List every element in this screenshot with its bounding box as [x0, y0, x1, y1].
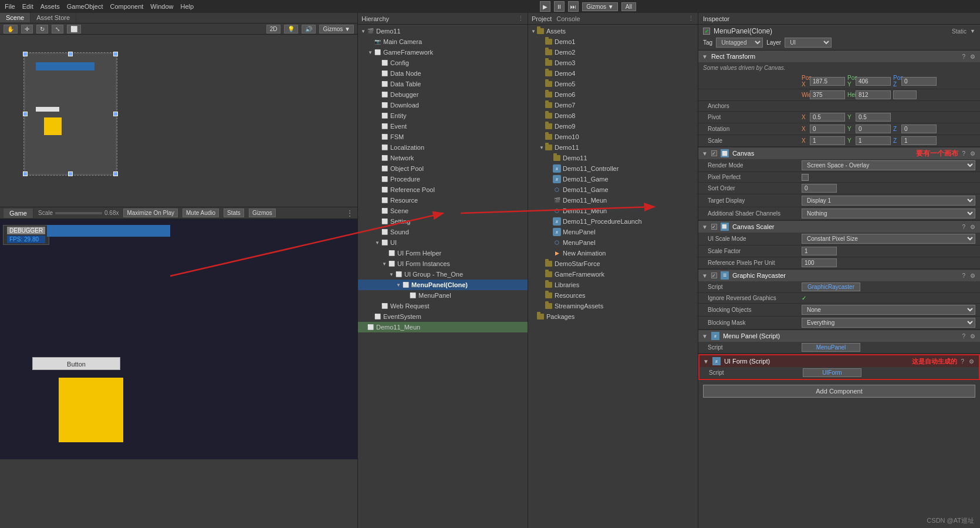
project-item-demostarforce[interactable]: DemoStarForce	[528, 258, 698, 269]
size-z-input[interactable]	[893, 90, 917, 99]
handle-tr[interactable]	[113, 52, 118, 56]
canvas-scaler-settings[interactable]: ⚙	[969, 224, 976, 230]
scene-tool-rect[interactable]: ⬜	[67, 25, 81, 33]
hierarchy-item-uiforminstances[interactable]: ▼⬜UI Form Instances	[358, 258, 528, 269]
game-button[interactable]: Button	[32, 357, 120, 370]
handle-br[interactable]	[113, 171, 118, 176]
hierarchy-item-menupanel2[interactable]: ⬜MenuPanel	[358, 290, 528, 301]
project-item-newanim[interactable]: ▶New Animation	[528, 248, 698, 258]
hierarchy-item-datatable[interactable]: ⬜Data Table	[358, 79, 528, 89]
canvas-header[interactable]: ▼ ✓ ⬜ Canvas 要有一个画布 ? ⚙	[698, 147, 980, 159]
ui-scale-dropdown[interactable]: Constant Pixel Size	[802, 234, 975, 244]
project-item-packages[interactable]: Packages	[528, 311, 698, 322]
project-item-demo2[interactable]: Demo2	[528, 47, 698, 58]
ui-form-script-help[interactable]: ?	[959, 358, 965, 365]
sort-order-input[interactable]	[802, 184, 837, 193]
play-button[interactable]: ▶	[540, 1, 550, 12]
height-input[interactable]	[856, 90, 891, 99]
active-checkbox[interactable]: ✓	[703, 28, 710, 35]
tab-game[interactable]: Game	[4, 208, 33, 218]
scale-slider[interactable]	[55, 212, 102, 214]
stats-btn[interactable]: Stats	[224, 208, 244, 217]
project-item-resources[interactable]: Resources	[528, 290, 698, 301]
hierarchy-item-fsm[interactable]: ⬜FSM	[358, 132, 528, 142]
handle-tl[interactable]	[23, 52, 28, 56]
handle-ml[interactable]	[23, 112, 28, 116]
scene-tool-scale[interactable]: ⤡	[52, 25, 63, 33]
ref-pixels-input[interactable]	[802, 258, 837, 267]
step-button[interactable]: ⏭	[568, 1, 579, 12]
hierarchy-item-ui[interactable]: ▼⬜UI	[358, 237, 528, 248]
gr-script-ref[interactable]: GraphicRaycaster	[802, 283, 860, 291]
hierarchy-item-uigroup[interactable]: ▼⬜UI Group - The_One	[358, 269, 528, 280]
tab-asset-store[interactable]: Asset Store	[31, 13, 76, 22]
top-bar-assets[interactable]: Assets	[40, 3, 60, 10]
canvas-help[interactable]: ?	[961, 150, 967, 157]
scale-y-input[interactable]	[856, 136, 891, 145]
menu-panel-script-help[interactable]: ?	[961, 333, 967, 339]
hierarchy-item-eventsystem[interactable]: ⬜EventSystem	[358, 311, 528, 322]
top-bar-help[interactable]: Help	[180, 3, 194, 10]
scene-gizmos-btn[interactable]: Gizmos ▼	[319, 25, 354, 33]
project-item-gameframework[interactable]: GameFramework	[528, 269, 698, 280]
handle-bl[interactable]	[23, 171, 28, 176]
scale-z-input[interactable]	[901, 136, 937, 145]
project-item-assets[interactable]: ▼Assets	[528, 26, 698, 36]
rot-z-input[interactable]	[901, 125, 937, 133]
pos-x-input[interactable]	[810, 77, 845, 86]
project-item-libraries[interactable]: Libraries	[528, 280, 698, 290]
gizmos-button[interactable]: Gizmos ▼	[582, 2, 618, 11]
top-bar-component[interactable]: Component	[110, 3, 143, 10]
project-item-menupanel[interactable]: #MenuPanel	[528, 227, 698, 237]
graphic-raycaster-settings[interactable]: ⚙	[969, 273, 976, 279]
ui-form-script-header[interactable]: ▼ # UI Form (Script) 这是自动生成的 ? ⚙	[699, 355, 979, 367]
project-item-demo11game[interactable]: #Demo11_Game	[528, 174, 698, 184]
scene-tool-rotate[interactable]: ↻	[36, 25, 48, 33]
scene-2d-btn[interactable]: 2D	[266, 25, 281, 33]
top-bar-gameobject[interactable]: GameObject	[67, 3, 103, 10]
blocking-objects-dropdown[interactable]: None	[802, 305, 975, 315]
project-item-streamingassets[interactable]: StreamingAssets	[528, 301, 698, 311]
hierarchy-item-uiformhelper[interactable]: ⬜UI Form Helper	[358, 248, 528, 258]
hierarchy-item-setting[interactable]: ⬜Setting	[358, 216, 528, 227]
project-item-demo7[interactable]: Demo7	[528, 100, 698, 110]
hierarchy-item-resource[interactable]: ⬜Resource	[358, 195, 528, 206]
hierarchy-item-procedure[interactable]: ⬜Procedure	[358, 174, 528, 184]
hierarchy-item-download[interactable]: ⬜Download	[358, 100, 528, 110]
hierarchy-item-datanode[interactable]: ⬜Data Node	[358, 68, 528, 79]
rot-y-input[interactable]	[856, 125, 891, 133]
menu-panel-script-settings[interactable]: ⚙	[969, 333, 976, 339]
rect-transform-help[interactable]: ?	[961, 53, 967, 60]
gizmos-game-btn[interactable]: Gizmos	[249, 208, 276, 217]
layer-dropdown[interactable]: UI	[785, 38, 832, 48]
pivot-y-input[interactable]	[856, 113, 891, 122]
handle-tm[interactable]	[68, 52, 73, 56]
ignore-reversed-check[interactable]: ✓	[802, 295, 806, 301]
rot-x-input[interactable]	[810, 125, 845, 133]
menu-panel-script-header[interactable]: ▼ # Menu Panel (Script) ? ⚙	[698, 330, 980, 342]
static-dropdown[interactable]: ▼	[970, 28, 975, 34]
project-item-demo5[interactable]: Demo5	[528, 79, 698, 89]
scale-factor-input[interactable]	[802, 247, 837, 255]
add-component-button[interactable]: Add Component	[703, 385, 975, 398]
canvas-scaler-header[interactable]: ▼ ✓ ⬜ Canvas Scaler ? ⚙	[698, 221, 980, 233]
hierarchy-item-sound[interactable]: ⬜Sound	[358, 227, 528, 237]
hierarchy-item-demo11meun[interactable]: ⬜Demo11_Meun	[358, 322, 528, 332]
project-item-demo11game2[interactable]: ⬡Demo11_Game	[528, 184, 698, 195]
hierarchy-item-webrequest[interactable]: ⬜Web Request	[358, 301, 528, 311]
project-item-demo4[interactable]: Demo4	[528, 68, 698, 79]
top-bar-window[interactable]: Window	[150, 3, 173, 10]
hierarchy-item-debugger[interactable]: ⬜Debugger	[358, 89, 528, 100]
scene-light-btn[interactable]: 💡	[284, 25, 298, 33]
hierarchy-item-objectpool[interactable]: ⬜Object Pool	[358, 163, 528, 174]
hierarchy-menu[interactable]: ⋮	[518, 15, 524, 22]
canvas-check[interactable]: ✓	[711, 150, 717, 156]
project-item-demo8[interactable]: Demo8	[528, 110, 698, 121]
project-item-demo1[interactable]: Demo1	[528, 36, 698, 47]
canvas-settings[interactable]: ⚙	[969, 150, 976, 157]
hierarchy-item-localization[interactable]: ⬜Localization	[358, 142, 528, 153]
project-item-demo11meun[interactable]: 🎬Demo11_Meun	[528, 195, 698, 206]
project-item-demo11[interactable]: ▼Demo11	[528, 142, 698, 153]
tag-dropdown[interactable]: Untagged	[716, 38, 763, 48]
all-button[interactable]: All	[621, 2, 636, 11]
